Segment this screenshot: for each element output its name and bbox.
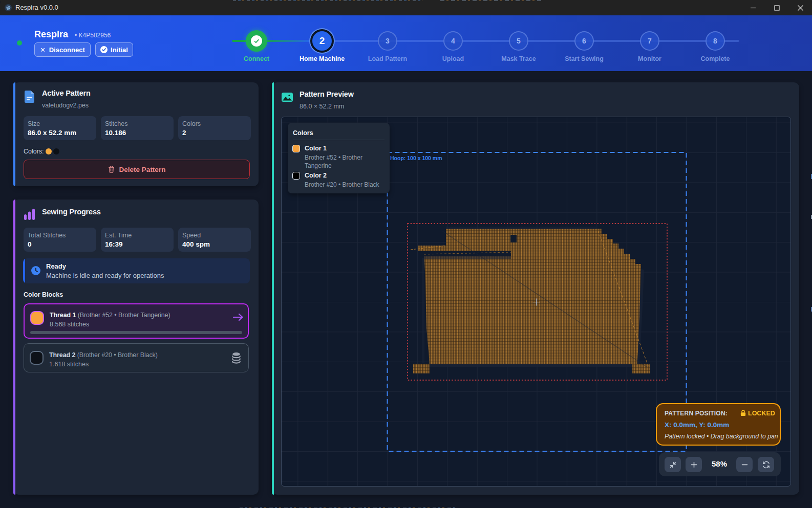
svg-text:Hoop: 100 x 100 mm: Hoop: 100 x 100 mm	[390, 155, 442, 161]
